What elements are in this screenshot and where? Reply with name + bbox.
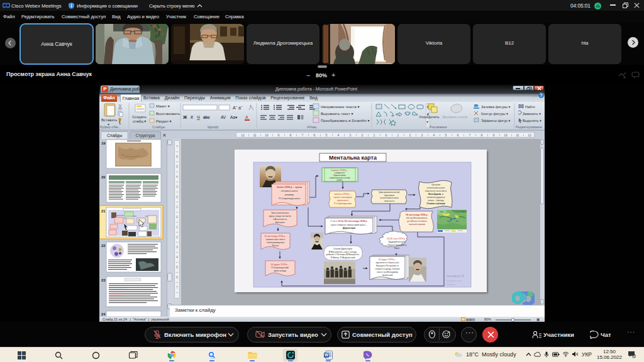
svg-text:Абзац: Абзац bbox=[307, 125, 317, 129]
svg-text:5: 5 bbox=[326, 133, 328, 137]
svg-text:Біла Церква, з: Біла Церква, з bbox=[428, 193, 443, 195]
svg-text:повстання: повстання bbox=[384, 200, 394, 202]
svg-text:Францією: Францією bbox=[275, 221, 285, 224]
svg-text:гетьманського: гетьманського bbox=[281, 189, 298, 192]
svg-text:Шрифт: Шрифт bbox=[208, 125, 219, 129]
svg-text:4: 4 bbox=[433, 133, 435, 137]
svg-text:Ментальна карта: Ментальна карта bbox=[329, 155, 377, 161]
svg-text:23: 23 bbox=[101, 278, 106, 282]
svg-text:W: W bbox=[325, 353, 329, 357]
svg-text:3: 3 bbox=[176, 246, 178, 249]
svg-text:6: 6 bbox=[176, 276, 178, 279]
svg-text:спроба налагодити: спроба налагодити bbox=[333, 196, 352, 199]
svg-text:10: 10 bbox=[265, 133, 269, 137]
svg-text:3: 3 bbox=[350, 133, 352, 137]
svg-text:жовтень 1918 р. -: жовтень 1918 р. - bbox=[334, 193, 351, 195]
svg-text:10: 10 bbox=[504, 133, 508, 137]
svg-text:антигетьманського: антигетьманського bbox=[380, 197, 399, 199]
svg-text:режиму: режиму bbox=[285, 193, 294, 196]
svg-text:3: 3 bbox=[176, 185, 178, 189]
svg-text:головною ударною: головною ударною bbox=[427, 196, 445, 199]
svg-text:9: 9 bbox=[278, 133, 280, 137]
svg-text:23-26 січня 1919 р. -: 23-26 січня 1919 р. - bbox=[387, 238, 407, 240]
svg-text:Народної Республіки та: Народної Республіки та bbox=[376, 265, 399, 267]
svg-text:5: 5 bbox=[445, 133, 447, 137]
svg-text:1: 1 bbox=[176, 206, 178, 209]
svg-text:Директорія: Директорія bbox=[343, 227, 355, 229]
svg-text:24: 24 bbox=[101, 312, 106, 316]
svg-text:Упорядочить: Упорядочить bbox=[419, 115, 440, 119]
svg-text:▾: ▾ bbox=[426, 120, 428, 124]
svg-text:1: 1 bbox=[397, 133, 399, 137]
svg-text:якого став Володимир: якого став Володимир bbox=[377, 271, 398, 273]
svg-text:Создать: Создать bbox=[132, 115, 147, 119]
svg-text:Рисование: Рисование bbox=[430, 125, 447, 129]
svg-text:14 грудня 1918 р. -: 14 грудня 1918 р. - bbox=[270, 263, 289, 266]
svg-text:6: 6 bbox=[176, 155, 178, 158]
svg-text:зрікся влади: зрікся влади bbox=[274, 270, 286, 272]
svg-text:повстання стало місто: повстання стало місто bbox=[425, 190, 447, 192]
svg-text:2: 2 bbox=[176, 236, 178, 239]
svg-text:Редактирование: Редактирование bbox=[516, 125, 542, 129]
svg-text:Зміна політичного: Зміна політичного bbox=[271, 212, 289, 214]
svg-text:8: 8 bbox=[290, 133, 292, 137]
svg-text:Осінь 1918 р. - криза: Осінь 1918 р. - криза bbox=[277, 185, 303, 189]
svg-text:бій під Мотовилівкою,: бій під Мотовилівкою, bbox=[406, 217, 428, 219]
svg-text:14 листопада 1918 р. -: 14 листопада 1918 р. - bbox=[264, 235, 287, 238]
svg-text:Перейдіть до н: Перейдіть до н bbox=[447, 280, 462, 282]
svg-text:Аˆ аˇ: Аˆ аˇ bbox=[233, 106, 243, 110]
svg-text:3: 3 bbox=[421, 133, 423, 137]
svg-text:Вставить: Вставить bbox=[101, 118, 117, 122]
svg-text:22: 22 bbox=[101, 244, 106, 248]
svg-text:Ф.Швець, П.Андрієвський: Ф.Швець, П.Андрієвський bbox=[330, 256, 355, 259]
svg-text:AV: AV bbox=[221, 115, 226, 119]
svg-text:11: 11 bbox=[516, 133, 519, 137]
svg-text:Выделить ▾: Выделить ▾ bbox=[523, 119, 541, 123]
svg-text:Слайды: Слайды bbox=[152, 125, 165, 129]
svg-text:1: 1 bbox=[176, 226, 178, 229]
svg-text:1: 1 bbox=[633, 354, 635, 358]
svg-text:слайд ▾: слайд ▾ bbox=[133, 119, 146, 123]
svg-text:6: 6 bbox=[457, 133, 459, 137]
svg-text:12: 12 bbox=[528, 133, 531, 137]
svg-text:Aa▾: Aa▾ bbox=[230, 115, 238, 119]
svg-text:8: 8 bbox=[481, 133, 483, 137]
svg-text:увійшли С.Петлюра, А.Макаренко: увійшли С.Петлюра, А.Макаренко, bbox=[326, 253, 360, 256]
svg-text:Січових стрільців: Січових стрільців bbox=[426, 202, 445, 205]
svg-text:Заменить ▾: Заменить ▾ bbox=[523, 112, 541, 116]
svg-text:18 листопада 1918 р.-: 18 листопада 1918 р.- bbox=[406, 214, 428, 216]
svg-text:підготовка: підготовка bbox=[384, 194, 394, 197]
svg-text:Росією: Росією bbox=[272, 244, 279, 247]
svg-text:Выровнять текст ▾: Выровнять текст ▾ bbox=[321, 112, 353, 116]
svg-text:де війська гетьмана: де війська гетьмана bbox=[407, 220, 426, 222]
svg-text:7: 7 bbox=[176, 286, 178, 289]
svg-text:7: 7 bbox=[176, 145, 178, 148]
svg-text:21: 21 bbox=[101, 209, 106, 213]
svg-text:abc: abc bbox=[203, 115, 210, 119]
svg-text:силою – бригада: силою – бригада bbox=[428, 199, 444, 202]
svg-text:Направление текста ▾: Направление текста ▾ bbox=[321, 105, 360, 109]
svg-text:Трудовий конгрес: Трудовий конгрес bbox=[388, 241, 406, 243]
svg-text:К: К bbox=[191, 115, 194, 119]
svg-text:19: 19 bbox=[101, 141, 106, 145]
svg-text:антигетьманського: антигетьманського bbox=[427, 187, 445, 189]
svg-text:Києві: Києві bbox=[394, 247, 399, 250]
svg-text:7: 7 bbox=[302, 133, 304, 137]
svg-text:4: 4 bbox=[176, 256, 178, 259]
svg-text:Экспресс-стили: Экспресс-стили bbox=[442, 115, 467, 119]
svg-text:Буфер обм...: Буфер обм... bbox=[100, 125, 121, 129]
svg-text:А: А bbox=[245, 115, 248, 119]
svg-text:6: 6 bbox=[314, 133, 316, 137]
svg-text:курсу, пошук контактів: курсу, пошук контактів bbox=[269, 215, 291, 217]
svg-text:0: 0 bbox=[176, 216, 178, 219]
svg-text:Ж: Ж bbox=[182, 115, 187, 119]
svg-text:України проходив у: України проходив у bbox=[387, 244, 407, 246]
svg-text:грамота про союз з: грамота про союз з bbox=[266, 238, 286, 241]
svg-text:2: 2 bbox=[176, 195, 178, 199]
svg-text:7: 7 bbox=[469, 133, 471, 137]
svg-text:У ніч з 13 на 14 листопада 191: У ніч з 13 на 14 листопада 1918 р. bbox=[331, 220, 368, 222]
svg-text:Зрив домовленостей,: Зрив домовленостей, bbox=[379, 191, 400, 194]
svg-text:Восстановить: Восстановить bbox=[156, 112, 180, 116]
svg-text:Контур фигуры ▾: Контур фигуры ▾ bbox=[481, 112, 508, 116]
svg-text:12: 12 bbox=[241, 133, 245, 137]
